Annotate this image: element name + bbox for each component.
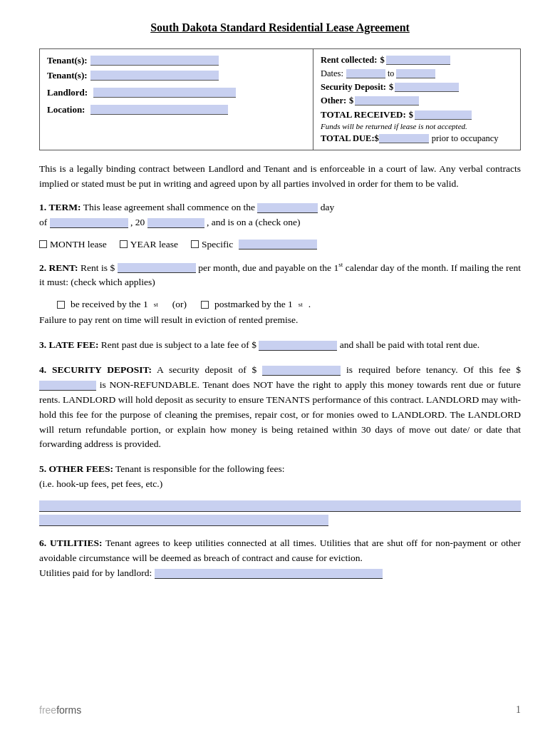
section3-text1: Rent past due is subject to a late fee o… bbox=[101, 339, 256, 350]
section2-text1: Rent is $ bbox=[81, 262, 115, 272]
nonrefundable-field[interactable] bbox=[39, 381, 96, 391]
total-due-field[interactable] bbox=[379, 134, 429, 143]
other-row: Other: $ bbox=[321, 96, 513, 106]
payment-info-right: Rent collected: $ Dates: to Security Dep… bbox=[313, 49, 520, 150]
section4-text: 4. SECURITY DEPOSIT: A security deposit … bbox=[39, 363, 521, 453]
specific-field[interactable] bbox=[239, 240, 317, 250]
tenant1-field[interactable] bbox=[90, 56, 219, 66]
year-lease-option[interactable]: YEAR lease bbox=[120, 239, 178, 250]
brand-free: free bbox=[39, 704, 56, 716]
rent-collected-row: Rent collected: $ bbox=[321, 55, 513, 66]
section2-sup2: st bbox=[154, 301, 158, 308]
section2-text: 2. RENT: Rent is $ per month, due and pa… bbox=[39, 260, 521, 290]
section5-text: 5. OTHER FEES: Tenant is responsible for… bbox=[39, 462, 521, 492]
postmarked-label: postmarked by the 1 bbox=[214, 299, 293, 310]
section3-text: 3. LATE FEE: Rent past due is subject to… bbox=[39, 338, 521, 353]
or-text: (or) bbox=[172, 299, 187, 310]
security-dollar: $ bbox=[389, 82, 393, 93]
section5-note: (i.e. hook-up fees, pet fees, etc.) bbox=[39, 478, 162, 489]
utilities-paid-field[interactable] bbox=[155, 569, 383, 579]
month-lease-option[interactable]: MONTH lease bbox=[39, 239, 107, 250]
commence-year-field[interactable] bbox=[147, 218, 204, 228]
section6-text: 6. UTILITIES: Tenant agrees to keep util… bbox=[39, 536, 521, 581]
section6-text1: Tenant agrees to keep utilities connecte… bbox=[39, 538, 521, 563]
section5-title: OTHER FEES: bbox=[49, 463, 113, 474]
postmarked-checkbox[interactable] bbox=[201, 301, 209, 309]
year-lease-label: YEAR lease bbox=[130, 239, 178, 250]
section-3: 3. LATE FEE: Rent past due is subject to… bbox=[39, 338, 521, 353]
specific-checkbox[interactable] bbox=[191, 240, 199, 248]
section1-title: TERM: bbox=[49, 202, 81, 212]
security-deposit-field[interactable] bbox=[395, 83, 459, 92]
received-label: be received by the 1 bbox=[71, 299, 148, 310]
section4-text1: A security deposit of $ bbox=[157, 364, 256, 375]
section2-sup3: st bbox=[299, 301, 303, 308]
month-checkbox[interactable] bbox=[39, 240, 47, 248]
section-1: 1. TERM: This lease agreement shall comm… bbox=[39, 200, 521, 250]
top-info-section: Tenant(s): Tenant(s): Landlord: Location… bbox=[39, 48, 521, 150]
location-label: Location: bbox=[47, 104, 85, 115]
page-footer: freeforms 1 bbox=[39, 704, 521, 716]
dates-to-field[interactable] bbox=[396, 69, 435, 78]
total-received-row: TOTAL RECEIVED: $ bbox=[321, 109, 513, 120]
other-fees-field-1[interactable] bbox=[39, 500, 521, 512]
period: . bbox=[308, 299, 311, 310]
section-2: 2. RENT: Rent is $ per month, due and pa… bbox=[39, 260, 521, 328]
total-received-field[interactable] bbox=[415, 110, 472, 120]
specific-lease-option[interactable]: Specific bbox=[191, 239, 317, 250]
section1-text1: This lease agreement shall commence on t… bbox=[83, 202, 255, 212]
party-info-left: Tenant(s): Tenant(s): Landlord: Location… bbox=[40, 49, 313, 150]
brand-forms: forms bbox=[56, 704, 81, 716]
security-deposit-amount-field[interactable] bbox=[262, 366, 341, 376]
rent-amount-field[interactable] bbox=[118, 263, 196, 273]
landlord-label: Landlord: bbox=[47, 87, 88, 98]
section4-text2: is required before tenancy. Of this fee … bbox=[346, 364, 521, 375]
section-6: 6. UTILITIES: Tenant agrees to keep util… bbox=[39, 536, 521, 581]
other-label: Other: bbox=[321, 96, 346, 106]
security-deposit-label: Security Deposit: bbox=[321, 82, 386, 93]
rent-collected-label: Rent collected: bbox=[321, 55, 377, 66]
year-checkbox[interactable] bbox=[120, 240, 128, 248]
lease-type-checkboxes: MONTH lease YEAR lease Specific bbox=[39, 239, 521, 250]
commence-day-field[interactable] bbox=[257, 203, 318, 213]
section1-text2: day bbox=[321, 202, 335, 212]
section1-text: 1. TERM: This lease agreement shall comm… bbox=[39, 200, 521, 230]
section2-eviction-text: Failure to pay rent on time will result … bbox=[39, 313, 521, 328]
other-dollar: $ bbox=[349, 96, 353, 106]
other-field[interactable] bbox=[355, 96, 419, 106]
section-4: 4. SECURITY DEPOSIT: A security deposit … bbox=[39, 363, 521, 453]
dates-row: Dates: to bbox=[321, 68, 513, 79]
section3-text2: and shall be paid with total rent due. bbox=[340, 339, 479, 350]
total-dollar: $ bbox=[409, 110, 413, 120]
section3-num: 3. bbox=[39, 339, 46, 350]
month-lease-label: MONTH lease bbox=[50, 239, 107, 250]
security-deposit-row: Security Deposit: $ bbox=[321, 82, 513, 93]
landlord-field[interactable] bbox=[93, 88, 236, 98]
other-fees-field-2[interactable] bbox=[39, 515, 328, 526]
dates-from-field[interactable] bbox=[346, 69, 385, 78]
late-fee-field[interactable] bbox=[259, 341, 337, 351]
landlord-row: Landlord: bbox=[47, 87, 306, 98]
page-number: 1 bbox=[516, 704, 521, 716]
section2-text2: per month, due and payable on the 1 bbox=[198, 262, 338, 272]
specific-label: Specific bbox=[202, 239, 233, 250]
rent-dollar: $ bbox=[380, 55, 384, 66]
section1-text4: , 20 bbox=[130, 217, 145, 227]
received-checkbox[interactable] bbox=[57, 301, 65, 309]
fund-note: Funds will be returned if lease is not a… bbox=[321, 122, 513, 130]
rent-collected-field[interactable] bbox=[386, 56, 450, 65]
location-field[interactable] bbox=[90, 105, 228, 115]
tenant2-field[interactable] bbox=[90, 71, 219, 81]
section2-sup1: st bbox=[338, 261, 343, 268]
section1-text5: , and is on a (check one) bbox=[207, 217, 301, 227]
tenant2-label: Tenant(s): bbox=[47, 70, 88, 81]
tenant1-row: Tenant(s): bbox=[47, 55, 306, 66]
utilities-paid-label: Utilities paid for by landlord: bbox=[39, 567, 152, 578]
total-received-label: TOTAL RECEIVED: bbox=[321, 109, 406, 120]
to-text: to bbox=[388, 68, 394, 79]
location-row: Location: bbox=[47, 104, 306, 115]
section2-title: RENT: bbox=[49, 262, 78, 272]
rent-received-row: be received by the 1st (or) postmarked b… bbox=[57, 299, 521, 310]
commence-month-field[interactable] bbox=[50, 218, 128, 228]
section2-num: 2. bbox=[39, 262, 46, 272]
